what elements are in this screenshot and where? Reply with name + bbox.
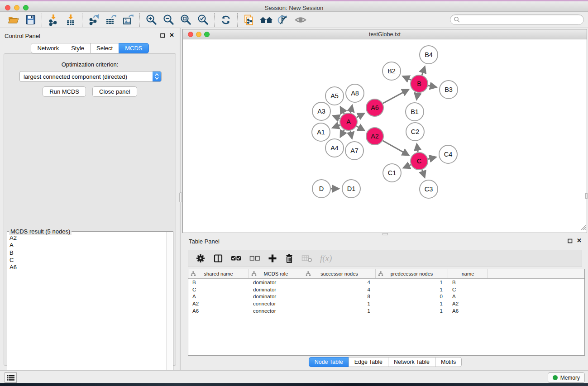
close-table-panel-icon[interactable]: ✕ bbox=[577, 238, 582, 243]
graph-edge-B-B1[interactable] bbox=[416, 93, 417, 100]
column-header-name[interactable]: name bbox=[448, 269, 488, 278]
deselect-all-icon[interactable] bbox=[249, 255, 260, 262]
home-icon[interactable] bbox=[258, 13, 275, 27]
graph-node-B1[interactable]: B1 bbox=[406, 103, 424, 121]
table-cell[interactable]: connector bbox=[249, 301, 303, 306]
graph-edge-A2-C[interactable] bbox=[382, 141, 408, 155]
import-table-icon[interactable] bbox=[62, 13, 79, 27]
zoom-in-icon[interactable] bbox=[143, 13, 160, 27]
save-icon[interactable] bbox=[22, 13, 39, 27]
result-item[interactable]: B bbox=[10, 249, 166, 257]
float-panel-icon[interactable] bbox=[160, 33, 165, 38]
table-cell[interactable]: A bbox=[188, 294, 249, 299]
window-edge-handle[interactable] bbox=[585, 193, 588, 199]
table-cell[interactable]: 8 bbox=[303, 294, 376, 299]
graph-edge-B-B4[interactable] bbox=[422, 67, 425, 75]
graph-node-A5[interactable]: A5 bbox=[325, 87, 344, 105]
table-cell[interactable]: A bbox=[448, 294, 488, 299]
graph-edge-A-A7[interactable] bbox=[350, 131, 352, 138]
float-table-panel-icon[interactable] bbox=[568, 238, 573, 243]
graph-node-A6[interactable]: A6 bbox=[366, 99, 383, 116]
table-cell[interactable]: C bbox=[448, 287, 488, 292]
table-cell[interactable]: 4 bbox=[303, 287, 376, 292]
close-panel-icon[interactable]: ✕ bbox=[169, 33, 174, 38]
graph-node-B[interactable]: B bbox=[411, 75, 428, 92]
column-header-successor-nodes[interactable]: successor nodes bbox=[303, 269, 376, 278]
graph-node-D1[interactable]: D1 bbox=[342, 180, 360, 198]
result-scrollbar[interactable] bbox=[166, 232, 172, 386]
table-cell[interactable]: 1 bbox=[376, 287, 448, 292]
tab-edge-table[interactable]: Edge Table bbox=[349, 357, 388, 367]
table-cell[interactable]: 1 bbox=[303, 301, 376, 306]
graph-edge-C-C3[interactable] bbox=[422, 170, 425, 177]
copy-network-icon[interactable] bbox=[240, 13, 258, 27]
memory-button[interactable]: Memory bbox=[548, 372, 585, 383]
table-cell[interactable]: 1 bbox=[376, 308, 448, 314]
table-cell[interactable]: B bbox=[448, 280, 488, 285]
table-cell[interactable]: 1 bbox=[376, 280, 448, 285]
table-cell[interactable]: A2 bbox=[448, 301, 488, 306]
table-cell[interactable]: 0 bbox=[376, 294, 448, 299]
panel-divider-handle[interactable] bbox=[179, 192, 182, 202]
table-row[interactable]: A2connector11A2 bbox=[188, 300, 584, 307]
graph-node-C2[interactable]: C2 bbox=[406, 123, 424, 141]
table-cell[interactable]: dominator bbox=[249, 294, 303, 299]
refresh-icon[interactable] bbox=[217, 13, 234, 27]
graph-edge-A-A6[interactable] bbox=[357, 114, 364, 118]
graph-node-A7[interactable]: A7 bbox=[345, 142, 363, 160]
tab-motifs[interactable]: Motifs bbox=[435, 357, 462, 367]
graph-node-B4[interactable]: B4 bbox=[420, 46, 438, 64]
graph-edge-A-A5[interactable] bbox=[340, 107, 344, 114]
network-window-titlebar[interactable]: testGlobe.txt bbox=[183, 29, 587, 39]
tab-select[interactable]: Select bbox=[90, 43, 119, 53]
column-header-MCDS-role[interactable]: MCDS role bbox=[249, 269, 303, 278]
import-network-icon[interactable] bbox=[45, 13, 62, 27]
graph-edge-A-A2[interactable] bbox=[357, 126, 364, 130]
table-cell[interactable]: 4 bbox=[303, 280, 376, 285]
tab-network[interactable]: Network bbox=[31, 43, 65, 53]
graph-node-D[interactable]: D bbox=[312, 180, 330, 198]
graph-node-A[interactable]: A bbox=[340, 113, 357, 130]
table-row[interactable]: A6connector11A6 bbox=[188, 307, 584, 315]
open-icon[interactable] bbox=[5, 13, 22, 27]
table-cell[interactable]: 1 bbox=[376, 301, 448, 306]
graph-edge-A6-B[interactable] bbox=[383, 90, 409, 104]
tab-network-table[interactable]: Network Table bbox=[388, 357, 435, 367]
graph-edge-C-C1[interactable] bbox=[404, 165, 411, 168]
table-cell[interactable]: 1 bbox=[303, 308, 376, 314]
network-canvas[interactable]: B4B2BB3B1A5A8A6A3AA1A2C2A4A7C4CC1C3DD1 bbox=[183, 39, 587, 233]
mcds-result-list[interactable]: A2ABCA6 bbox=[8, 234, 166, 386]
graph-node-A2[interactable]: A2 bbox=[366, 128, 383, 145]
graph-edge-A-A8[interactable] bbox=[350, 105, 352, 113]
graph-node-C[interactable]: C bbox=[411, 152, 428, 170]
hide-panel-icon[interactable] bbox=[275, 13, 292, 27]
table-cell[interactable]: connector bbox=[249, 308, 303, 314]
tab-style[interactable]: Style bbox=[65, 43, 91, 53]
graph-node-C3[interactable]: C3 bbox=[420, 180, 438, 198]
table-settings-gear-icon[interactable] bbox=[196, 253, 206, 263]
graph-node-A3[interactable]: A3 bbox=[312, 102, 330, 120]
graph-edge-B-B2[interactable] bbox=[403, 76, 411, 80]
graph-node-B2[interactable]: B2 bbox=[382, 62, 401, 80]
graph-node-A1[interactable]: A1 bbox=[312, 123, 330, 141]
zoom-fit-icon[interactable] bbox=[177, 13, 194, 27]
table-header-row[interactable]: shared nameMCDS rolesuccessor nodesprede… bbox=[188, 269, 584, 279]
graph-edge-A-A1[interactable] bbox=[333, 125, 340, 128]
add-column-icon[interactable] bbox=[268, 254, 277, 263]
table-cell[interactable]: dominator bbox=[249, 287, 303, 292]
result-item[interactable]: A bbox=[10, 242, 166, 249]
table-row[interactable]: Cdominator41C bbox=[188, 286, 584, 293]
close-panel-button[interactable]: Close panel bbox=[92, 86, 137, 97]
column-header-predecessor-nodes[interactable]: predecessor nodes bbox=[376, 269, 448, 278]
graph-edge-A-A3[interactable] bbox=[333, 116, 340, 119]
run-mcds-button[interactable]: Run MCDS bbox=[43, 86, 86, 97]
graph-edge-C-C4[interactable] bbox=[428, 157, 435, 159]
criterion-dropdown[interactable]: largest connected component (directed) bbox=[19, 71, 162, 82]
table-cell[interactable]: C bbox=[188, 287, 249, 292]
table-cell[interactable]: A6 bbox=[188, 308, 249, 314]
search-input[interactable] bbox=[460, 16, 583, 24]
tab-mcds[interactable]: MCDS bbox=[119, 43, 148, 53]
table-cell[interactable]: B bbox=[188, 280, 249, 285]
export-table-icon[interactable] bbox=[102, 13, 120, 27]
resize-grip-icon[interactable] bbox=[580, 224, 586, 232]
